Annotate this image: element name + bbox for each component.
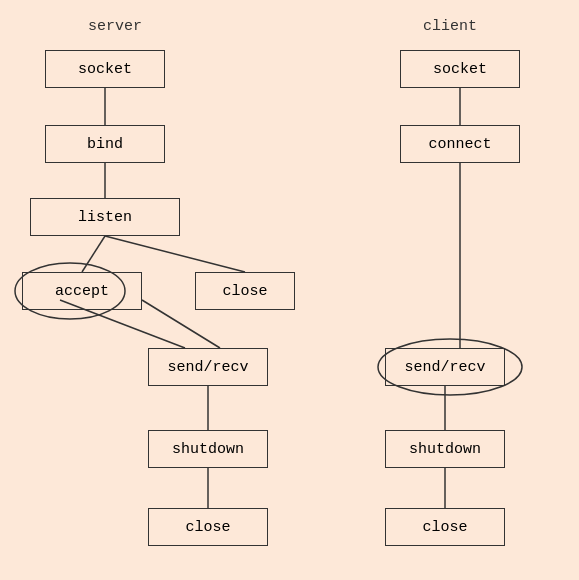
- server-sendrecv-box: send/recv: [148, 348, 268, 386]
- client-socket-box: socket: [400, 50, 520, 88]
- client-sendrecv-box: send/recv: [385, 348, 505, 386]
- client-label: client: [390, 18, 510, 35]
- client-connect-box: connect: [400, 125, 520, 163]
- server-close-fork-box: close: [195, 272, 295, 310]
- server-close-box: close: [148, 508, 268, 546]
- server-label: server: [55, 18, 175, 35]
- svg-line-2: [82, 236, 105, 272]
- server-accept-box: accept: [22, 272, 142, 310]
- client-shutdown-box: shutdown: [385, 430, 505, 468]
- server-bind-box: bind: [45, 125, 165, 163]
- server-listen-box: listen: [30, 198, 180, 236]
- client-close-box: close: [385, 508, 505, 546]
- server-socket-box: socket: [45, 50, 165, 88]
- server-shutdown-box: shutdown: [148, 430, 268, 468]
- svg-line-3: [105, 236, 245, 272]
